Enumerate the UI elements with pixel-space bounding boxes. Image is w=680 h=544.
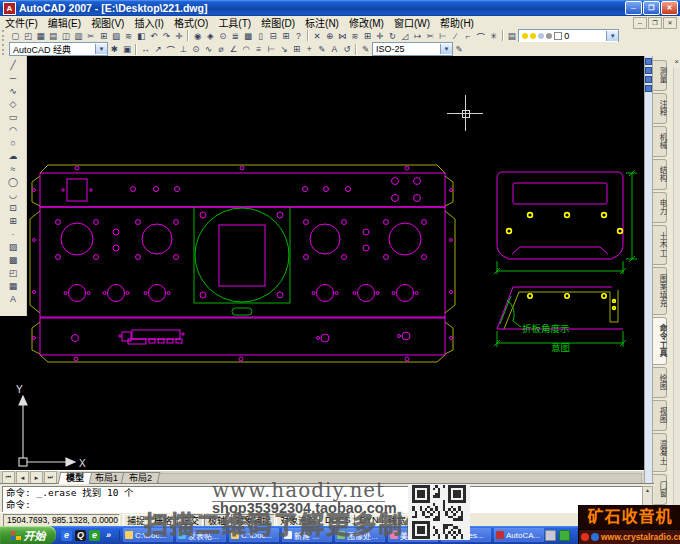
dim-linear-icon[interactable]: ↔ bbox=[139, 43, 152, 55]
menu-修改(M)[interactable]: 修改(M) bbox=[344, 15, 389, 30]
ellipse-arc-icon[interactable]: ◡ bbox=[7, 188, 20, 201]
palette-tab-土木工[interactable]: 土木工 bbox=[653, 225, 667, 265]
rotate-icon[interactable]: ↻ bbox=[386, 30, 399, 42]
trim-icon[interactable]: ✂ bbox=[424, 30, 437, 42]
toolbar-grip[interactable] bbox=[2, 44, 7, 55]
dim-continue-icon[interactable]: ⊢ bbox=[265, 43, 278, 55]
gradient-icon[interactable]: ▩ bbox=[7, 253, 20, 266]
tool-palettes-icon[interactable]: ▯ bbox=[254, 30, 267, 42]
revcloud-icon[interactable]: ☁ bbox=[7, 149, 20, 162]
task-button[interactable]: AutoCA... bbox=[494, 528, 544, 542]
construction-line-icon[interactable]: ─ bbox=[7, 71, 20, 84]
block-editor-icon[interactable]: ◧ bbox=[135, 30, 148, 42]
break-icon[interactable]: ∕ bbox=[449, 30, 462, 42]
title-bar[interactable]: A AutoCAD 2007 - [E:\Desktop\221.dwg] ─❐… bbox=[0, 0, 680, 16]
polyline-icon[interactable]: ∿ bbox=[7, 84, 20, 97]
dim-diameter-icon[interactable]: ⌀ bbox=[215, 43, 228, 55]
palette-tab-测量[interactable]: 测量 bbox=[653, 60, 667, 91]
extend-icon[interactable]: ⊢ bbox=[437, 30, 450, 42]
menu-标注(N)[interactable]: 标注(N) bbox=[300, 15, 344, 30]
palette-tab-绘图[interactable]: 绘图 bbox=[653, 367, 667, 398]
mtext-icon[interactable]: A bbox=[7, 292, 20, 305]
palette-tab-门窗[interactable]: 门窗 bbox=[653, 474, 667, 505]
dim-text-edit-icon[interactable]: A bbox=[328, 43, 341, 55]
array-icon[interactable]: ⊞ bbox=[361, 30, 374, 42]
workspace-combo[interactable]: AutoCAD 经典 ▼ bbox=[9, 42, 108, 56]
zoom-previous-icon[interactable]: ⊙ bbox=[217, 30, 230, 42]
dimstyle-combo[interactable]: ISO-25 ▼ bbox=[372, 42, 453, 56]
move-icon[interactable]: ✛ bbox=[374, 30, 387, 42]
make-block-icon[interactable]: ⊞ bbox=[7, 214, 20, 227]
menu-窗口(W)[interactable]: 窗口(W) bbox=[389, 15, 435, 30]
dim-ordinate-icon[interactable]: ⊥ bbox=[177, 43, 190, 55]
drawing-canvas[interactable]: 折板角度示 意图 Y X bbox=[0, 56, 644, 470]
dim-jogged-icon[interactable]: ∿ bbox=[202, 43, 215, 55]
close-icon[interactable]: × bbox=[674, 57, 679, 66]
rectangle-icon[interactable]: ▭ bbox=[7, 110, 20, 123]
polygon-icon[interactable]: ◇ bbox=[7, 97, 20, 110]
palette-tab-命令工具[interactable]: 命令工具 bbox=[653, 317, 667, 365]
mdi-restore-button[interactable]: ❐ bbox=[648, 17, 662, 29]
scale-icon[interactable]: ◿ bbox=[399, 30, 412, 42]
chevron-down-icon[interactable]: ▼ bbox=[95, 44, 107, 54]
dim-quick-icon[interactable]: ◠ bbox=[240, 43, 253, 55]
printer-tray-icon[interactable] bbox=[545, 530, 556, 541]
menu-文件(F)[interactable]: 文件(F) bbox=[0, 15, 43, 30]
dim-leader-icon[interactable]: ↘ bbox=[278, 43, 291, 55]
undo-icon[interactable]: ↶ bbox=[148, 30, 161, 42]
offset-icon[interactable]: ≋ bbox=[348, 30, 361, 42]
explode-icon[interactable]: ✳ bbox=[487, 30, 500, 42]
dim-baseline-icon[interactable]: ≡ bbox=[253, 43, 266, 55]
dim-update-icon[interactable]: ↺ bbox=[341, 43, 354, 55]
palette-scrollbar[interactable] bbox=[673, 68, 680, 512]
calculator-icon[interactable]: ⊞ bbox=[279, 30, 292, 42]
arc-icon[interactable]: ◠ bbox=[7, 123, 20, 136]
dim-edit-icon[interactable]: ✎ bbox=[316, 43, 329, 55]
properties-icon[interactable]: ≣ bbox=[229, 30, 242, 42]
palette-tab-视图[interactable]: 视图 bbox=[653, 400, 667, 431]
spline-icon[interactable]: ≈ bbox=[7, 162, 20, 175]
insert-block-icon[interactable]: ⊡ bbox=[7, 201, 20, 214]
hatch-icon[interactable]: ▨ bbox=[7, 240, 20, 253]
start-button[interactable]: 开始 bbox=[0, 526, 56, 544]
region-icon[interactable]: ◰ bbox=[7, 266, 20, 279]
chevron-down-icon[interactable]: ▼ bbox=[440, 44, 452, 54]
dim-style-icon[interactable]: ✎ bbox=[359, 43, 372, 55]
designcenter-icon[interactable]: ▩ bbox=[242, 30, 255, 42]
redo-icon[interactable]: ↷ bbox=[160, 30, 173, 42]
paste-icon[interactable]: ▧ bbox=[110, 30, 123, 42]
ie-icon[interactable]: e bbox=[61, 530, 72, 541]
restore-button[interactable]: ❐ bbox=[643, 1, 660, 15]
menu-插入(I)[interactable]: 插入(I) bbox=[129, 15, 168, 30]
palette-tab-结构[interactable]: 结构 bbox=[653, 159, 667, 190]
qq-icon[interactable]: Q bbox=[75, 530, 86, 541]
palette-tab-图案填充[interactable]: 图案填充 bbox=[653, 267, 667, 315]
dim-center-icon[interactable]: + bbox=[303, 43, 316, 55]
dim-aligned-icon[interactable]: ↗ bbox=[152, 43, 165, 55]
toolbar-grip[interactable] bbox=[2, 30, 7, 41]
chevron-icon[interactable]: » bbox=[103, 530, 114, 541]
save-icon[interactable]: ▦ bbox=[34, 30, 47, 42]
mirror-icon[interactable]: ⋈ bbox=[336, 30, 349, 42]
palette-tool-icon[interactable] bbox=[645, 76, 652, 83]
palette-body[interactable] bbox=[645, 56, 653, 512]
line-icon[interactable]: ╱ bbox=[7, 58, 20, 71]
stretch-icon[interactable]: ↦ bbox=[411, 30, 424, 42]
point-icon[interactable]: · bbox=[7, 227, 20, 240]
plot-preview-icon[interactable]: ◫ bbox=[59, 30, 72, 42]
style-edit-icon[interactable]: ✎ bbox=[453, 43, 466, 55]
plot-icon[interactable]: ▤ bbox=[47, 30, 60, 42]
dim-arc-icon[interactable]: ⌒ bbox=[164, 43, 177, 55]
zoom-realtime-icon[interactable]: ◉ bbox=[191, 30, 204, 42]
palette-tool-icon[interactable] bbox=[645, 85, 652, 92]
fillet-icon[interactable]: ⌒ bbox=[474, 30, 487, 42]
menu-帮助(H)[interactable]: 帮助(H) bbox=[435, 15, 479, 30]
open-icon[interactable]: ◰ bbox=[22, 30, 35, 42]
minimize-button[interactable]: ─ bbox=[625, 1, 642, 15]
layer-combo[interactable]: 0 ▼ bbox=[518, 29, 619, 43]
layout-tab-模型[interactable]: 模型 bbox=[58, 472, 93, 484]
publish-icon[interactable]: ▥ bbox=[72, 30, 85, 42]
save-workspace-icon[interactable]: ▣ bbox=[121, 43, 134, 55]
pan-icon[interactable]: ✛ bbox=[173, 30, 186, 42]
sheet-set-icon[interactable]: ⊟ bbox=[267, 30, 280, 42]
